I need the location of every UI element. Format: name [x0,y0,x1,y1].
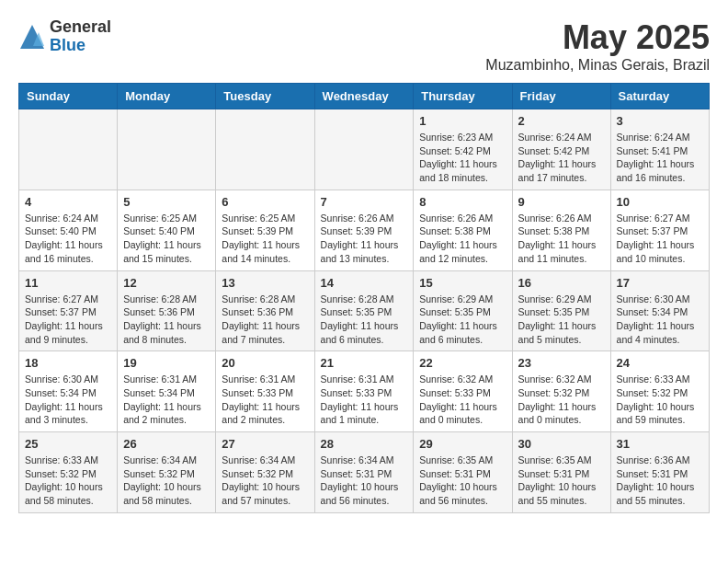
day-number: 6 [222,195,308,209]
day-info: Sunrise: 6:30 AM Sunset: 5:34 PM Dayligh… [25,373,111,427]
day-info: Sunrise: 6:24 AM Sunset: 5:41 PM Dayligh… [617,131,703,185]
calendar-header-cell: Thursday [414,84,512,109]
calendar-day-cell: 10Sunrise: 6:27 AM Sunset: 5:37 PM Dayli… [610,190,709,270]
calendar-day-cell: 13Sunrise: 6:28 AM Sunset: 5:36 PM Dayli… [216,270,314,351]
title-area: May 2025 Muzambinho, Minas Gerais, Brazi… [485,18,710,74]
day-info: Sunrise: 6:25 AM Sunset: 5:40 PM Dayligh… [123,212,210,266]
day-info: Sunrise: 6:29 AM Sunset: 5:35 PM Dayligh… [518,293,605,347]
calendar-day-cell: 19Sunrise: 6:31 AM Sunset: 5:34 PM Dayli… [118,351,216,432]
calendar-header-cell: Wednesday [314,84,414,109]
header: General Blue May 2025 Muzambinho, Minas … [18,18,710,74]
day-number: 10 [617,195,703,209]
calendar-day-cell: 30Sunrise: 6:35 AM Sunset: 5:31 PM Dayli… [512,432,610,513]
calendar-day-cell: 22Sunrise: 6:32 AM Sunset: 5:33 PM Dayli… [414,351,512,432]
calendar-day-cell: 21Sunrise: 6:31 AM Sunset: 5:33 PM Dayli… [314,351,414,432]
day-number: 21 [321,356,408,370]
day-number: 22 [419,356,506,370]
day-number: 24 [617,356,703,370]
calendar-header-cell: Friday [512,84,610,109]
day-info: Sunrise: 6:33 AM Sunset: 5:32 PM Dayligh… [25,454,111,508]
day-number: 13 [222,276,308,290]
day-info: Sunrise: 6:35 AM Sunset: 5:31 PM Dayligh… [419,454,506,508]
day-info: Sunrise: 6:23 AM Sunset: 5:42 PM Dayligh… [419,131,506,185]
calendar-day-cell: 1Sunrise: 6:23 AM Sunset: 5:42 PM Daylig… [414,109,512,190]
day-info: Sunrise: 6:34 AM Sunset: 5:31 PM Dayligh… [321,454,408,508]
day-info: Sunrise: 6:25 AM Sunset: 5:39 PM Dayligh… [222,212,308,266]
calendar-day-cell: 6Sunrise: 6:25 AM Sunset: 5:39 PM Daylig… [216,190,314,270]
calendar-table: SundayMondayTuesdayWednesdayThursdayFrid… [18,83,710,513]
calendar-day-cell: 4Sunrise: 6:24 AM Sunset: 5:40 PM Daylig… [19,190,118,270]
calendar-day-cell [216,109,314,190]
calendar-body: 1Sunrise: 6:23 AM Sunset: 5:42 PM Daylig… [19,109,710,513]
calendar-day-cell: 27Sunrise: 6:34 AM Sunset: 5:32 PM Dayli… [216,432,314,513]
day-number: 4 [25,195,111,209]
day-number: 20 [222,356,308,370]
day-number: 2 [518,114,605,128]
calendar-header-cell: Monday [118,84,216,109]
calendar-week-row: 11Sunrise: 6:27 AM Sunset: 5:37 PM Dayli… [19,270,710,351]
day-info: Sunrise: 6:31 AM Sunset: 5:34 PM Dayligh… [123,373,210,427]
day-number: 23 [518,356,605,370]
day-info: Sunrise: 6:26 AM Sunset: 5:38 PM Dayligh… [518,212,605,266]
day-number: 9 [518,195,605,209]
day-number: 3 [617,114,703,128]
calendar-day-cell: 14Sunrise: 6:28 AM Sunset: 5:35 PM Dayli… [314,270,414,351]
day-number: 14 [321,276,408,290]
calendar-week-row: 1Sunrise: 6:23 AM Sunset: 5:42 PM Daylig… [19,109,710,190]
calendar-day-cell: 9Sunrise: 6:26 AM Sunset: 5:38 PM Daylig… [512,190,610,270]
calendar-header-cell: Sunday [19,84,118,109]
day-number: 16 [518,276,605,290]
calendar-day-cell: 17Sunrise: 6:30 AM Sunset: 5:34 PM Dayli… [610,270,709,351]
logo-blue-label: Blue [50,37,111,55]
day-info: Sunrise: 6:28 AM Sunset: 5:36 PM Dayligh… [123,293,210,347]
calendar-day-cell: 8Sunrise: 6:26 AM Sunset: 5:38 PM Daylig… [414,190,512,270]
day-number: 25 [25,437,111,451]
day-number: 17 [617,276,703,290]
calendar-day-cell: 26Sunrise: 6:34 AM Sunset: 5:32 PM Dayli… [118,432,216,513]
day-info: Sunrise: 6:34 AM Sunset: 5:32 PM Dayligh… [123,454,210,508]
day-info: Sunrise: 6:26 AM Sunset: 5:38 PM Dayligh… [419,212,506,266]
calendar-day-cell: 29Sunrise: 6:35 AM Sunset: 5:31 PM Dayli… [414,432,512,513]
day-info: Sunrise: 6:32 AM Sunset: 5:32 PM Dayligh… [518,373,605,427]
calendar-day-cell: 31Sunrise: 6:36 AM Sunset: 5:31 PM Dayli… [610,432,709,513]
day-number: 28 [321,437,408,451]
day-number: 8 [419,195,506,209]
calendar-day-cell: 12Sunrise: 6:28 AM Sunset: 5:36 PM Dayli… [118,270,216,351]
day-info: Sunrise: 6:29 AM Sunset: 5:35 PM Dayligh… [419,293,506,347]
day-info: Sunrise: 6:24 AM Sunset: 5:42 PM Dayligh… [518,131,605,185]
location-title: Muzambinho, Minas Gerais, Brazil [485,57,710,74]
calendar-week-row: 4Sunrise: 6:24 AM Sunset: 5:40 PM Daylig… [19,190,710,270]
calendar-day-cell: 5Sunrise: 6:25 AM Sunset: 5:40 PM Daylig… [118,190,216,270]
calendar-week-row: 25Sunrise: 6:33 AM Sunset: 5:32 PM Dayli… [19,432,710,513]
day-info: Sunrise: 6:28 AM Sunset: 5:35 PM Dayligh… [321,293,408,347]
day-info: Sunrise: 6:36 AM Sunset: 5:31 PM Dayligh… [617,454,703,508]
day-number: 12 [123,276,210,290]
calendar-day-cell: 3Sunrise: 6:24 AM Sunset: 5:41 PM Daylig… [610,109,709,190]
calendar-day-cell: 18Sunrise: 6:30 AM Sunset: 5:34 PM Dayli… [19,351,118,432]
day-info: Sunrise: 6:30 AM Sunset: 5:34 PM Dayligh… [617,293,703,347]
calendar-day-cell: 15Sunrise: 6:29 AM Sunset: 5:35 PM Dayli… [414,270,512,351]
calendar-day-cell: 24Sunrise: 6:33 AM Sunset: 5:32 PM Dayli… [610,351,709,432]
day-number: 31 [617,437,703,451]
day-info: Sunrise: 6:24 AM Sunset: 5:40 PM Dayligh… [25,212,111,266]
day-info: Sunrise: 6:31 AM Sunset: 5:33 PM Dayligh… [222,373,308,427]
day-number: 5 [123,195,210,209]
calendar-day-cell: 20Sunrise: 6:31 AM Sunset: 5:33 PM Dayli… [216,351,314,432]
logo-icon [18,23,46,51]
day-info: Sunrise: 6:27 AM Sunset: 5:37 PM Dayligh… [25,293,111,347]
day-number: 1 [419,114,506,128]
day-info: Sunrise: 6:35 AM Sunset: 5:31 PM Dayligh… [518,454,605,508]
day-info: Sunrise: 6:26 AM Sunset: 5:39 PM Dayligh… [321,212,408,266]
day-number: 11 [25,276,111,290]
calendar-day-cell [118,109,216,190]
day-number: 30 [518,437,605,451]
day-number: 7 [321,195,408,209]
calendar-day-cell: 25Sunrise: 6:33 AM Sunset: 5:32 PM Dayli… [19,432,118,513]
calendar-day-cell: 2Sunrise: 6:24 AM Sunset: 5:42 PM Daylig… [512,109,610,190]
day-info: Sunrise: 6:34 AM Sunset: 5:32 PM Dayligh… [222,454,308,508]
day-info: Sunrise: 6:32 AM Sunset: 5:33 PM Dayligh… [419,373,506,427]
day-number: 26 [123,437,210,451]
calendar-day-cell: 23Sunrise: 6:32 AM Sunset: 5:32 PM Dayli… [512,351,610,432]
day-info: Sunrise: 6:28 AM Sunset: 5:36 PM Dayligh… [222,293,308,347]
calendar-day-cell [19,109,118,190]
